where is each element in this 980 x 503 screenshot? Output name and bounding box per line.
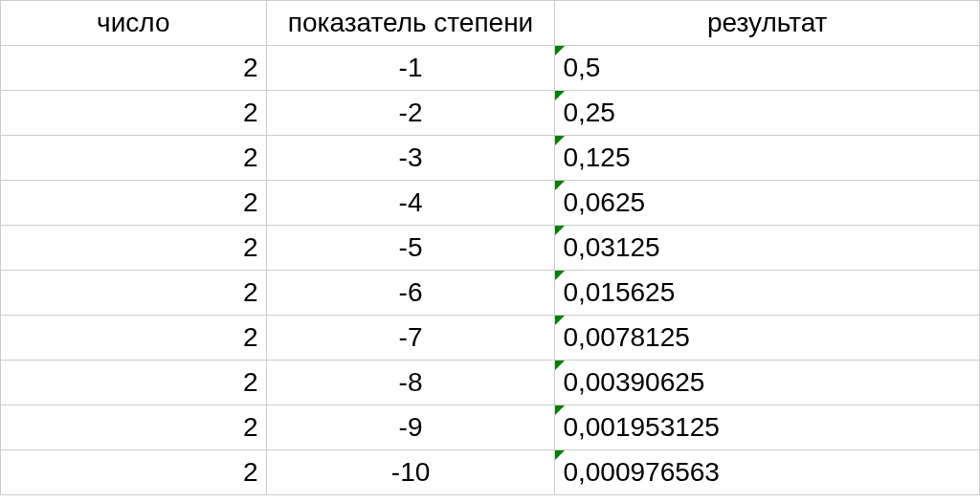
cell-result[interactable]: 0,0625 bbox=[555, 181, 980, 226]
cell-number[interactable]: 2 bbox=[1, 181, 267, 226]
cell-result[interactable]: 0,000976563 bbox=[555, 450, 980, 495]
table-row: 2 -10 0,000976563 bbox=[1, 450, 980, 495]
cell-result[interactable]: 0,5 bbox=[555, 46, 980, 91]
spreadsheet-table[interactable]: число показатель степени результат 2 -1 … bbox=[0, 0, 980, 495]
cell-result[interactable]: 0,001953125 bbox=[555, 405, 980, 450]
text-format-indicator-icon bbox=[555, 361, 565, 370]
text-format-indicator-icon bbox=[555, 91, 565, 100]
table-row: 2 -2 0,25 bbox=[1, 91, 980, 136]
table-row: 2 -7 0,0078125 bbox=[1, 316, 980, 361]
table-row: 2 -3 0,125 bbox=[1, 136, 980, 181]
cell-exponent[interactable]: -8 bbox=[266, 361, 555, 405]
header-row: число показатель степени результат bbox=[1, 1, 980, 46]
cell-result[interactable]: 0,125 bbox=[555, 136, 980, 181]
text-format-indicator-icon bbox=[555, 316, 565, 325]
text-format-indicator-icon bbox=[555, 181, 565, 190]
cell-result-value: 0,5 bbox=[563, 53, 600, 82]
table-row: 2 -1 0,5 bbox=[1, 46, 980, 91]
cell-exponent[interactable]: -1 bbox=[266, 46, 555, 91]
table-row: 2 -9 0,001953125 bbox=[1, 405, 980, 450]
text-format-indicator-icon bbox=[555, 46, 565, 55]
text-format-indicator-icon bbox=[555, 271, 565, 280]
cell-number[interactable]: 2 bbox=[1, 91, 267, 136]
cell-result[interactable]: 0,03125 bbox=[555, 226, 980, 271]
table-row: 2 -4 0,0625 bbox=[1, 181, 980, 226]
cell-result-value: 0,015625 bbox=[563, 277, 675, 307]
cell-exponent[interactable]: -9 bbox=[266, 405, 555, 450]
cell-number[interactable]: 2 bbox=[1, 226, 267, 271]
header-result[interactable]: результат bbox=[555, 1, 980, 46]
cell-result[interactable]: 0,00390625 bbox=[555, 361, 980, 405]
cell-exponent[interactable]: -2 bbox=[266, 91, 555, 136]
cell-result-value: 0,001953125 bbox=[563, 412, 720, 442]
cell-exponent[interactable]: -6 bbox=[266, 271, 555, 316]
cell-result-value: 0,25 bbox=[563, 98, 615, 127]
cell-result-value: 0,0625 bbox=[563, 187, 645, 217]
cell-number[interactable]: 2 bbox=[1, 405, 267, 450]
table-row: 2 -6 0,015625 bbox=[1, 271, 980, 316]
cell-result[interactable]: 0,015625 bbox=[555, 271, 980, 316]
cell-exponent[interactable]: -4 bbox=[266, 181, 555, 226]
cell-exponent[interactable]: -5 bbox=[266, 226, 555, 271]
text-format-indicator-icon bbox=[555, 450, 565, 460]
cell-number[interactable]: 2 bbox=[1, 361, 267, 405]
cell-result-value: 0,0078125 bbox=[563, 322, 689, 352]
cell-number[interactable]: 2 bbox=[1, 316, 267, 361]
header-exponent[interactable]: показатель степени bbox=[266, 1, 555, 46]
cell-exponent[interactable]: -7 bbox=[266, 316, 555, 361]
cell-number[interactable]: 2 bbox=[1, 271, 267, 316]
text-format-indicator-icon bbox=[555, 405, 565, 415]
text-format-indicator-icon bbox=[555, 226, 565, 235]
text-format-indicator-icon bbox=[555, 136, 565, 145]
cell-result[interactable]: 0,0078125 bbox=[555, 316, 980, 361]
table-row: 2 -8 0,00390625 bbox=[1, 361, 980, 405]
cell-result-value: 0,000976563 bbox=[563, 457, 720, 487]
cell-result-value: 0,00390625 bbox=[563, 367, 704, 397]
cell-result-value: 0,03125 bbox=[563, 232, 659, 262]
cell-number[interactable]: 2 bbox=[1, 136, 267, 181]
header-number[interactable]: число bbox=[1, 1, 267, 46]
cell-number[interactable]: 2 bbox=[1, 46, 267, 91]
cell-result-value: 0,125 bbox=[563, 142, 630, 172]
cell-exponent[interactable]: -10 bbox=[266, 450, 555, 495]
table-row: 2 -5 0,03125 bbox=[1, 226, 980, 271]
cell-result[interactable]: 0,25 bbox=[555, 91, 980, 136]
cell-exponent[interactable]: -3 bbox=[266, 136, 555, 181]
cell-number[interactable]: 2 bbox=[1, 450, 267, 495]
